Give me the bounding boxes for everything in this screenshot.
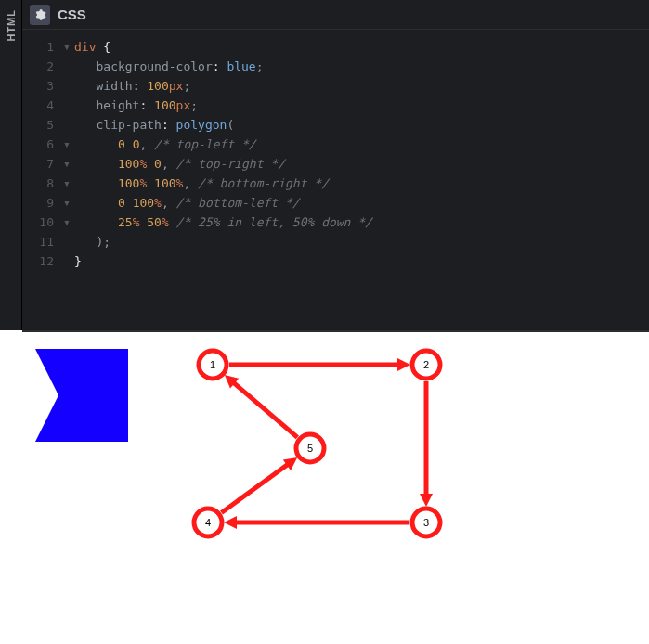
polygon-order-diagram: 12345	[180, 341, 477, 573]
code-content: );	[74, 232, 110, 251]
code-line[interactable]: 6▾ 0 0, /* top-left */	[22, 135, 649, 154]
line-number: 1	[22, 37, 63, 57]
fold-marker: ▾	[63, 154, 74, 174]
fold-marker	[63, 96, 74, 115]
css-editor-header: CSS	[22, 0, 649, 30]
line-number: 3	[22, 76, 63, 96]
line-number: 7	[22, 154, 63, 174]
fold-marker: ▾	[63, 174, 74, 193]
arrow-head-icon	[420, 494, 433, 507]
gear-icon[interactable]	[30, 5, 50, 25]
code-content: 0 100%, /* bottom-left */	[74, 193, 300, 213]
code-line[interactable]: 4 height: 100px;	[22, 96, 649, 115]
code-line[interactable]: 3 width: 100px;	[22, 76, 649, 96]
code-line[interactable]: 8▾ 100% 100%, /* bottom-right */	[22, 174, 649, 193]
fold-marker	[63, 115, 74, 135]
diagram-node: 4	[194, 509, 222, 536]
code-line[interactable]: 10▾ 25% 50% /* 25% in left, 50% down */	[22, 213, 649, 232]
code-content: background-color: blue;	[74, 57, 264, 76]
fold-marker: ▾	[63, 213, 74, 232]
line-number: 8	[22, 174, 63, 193]
fold-marker: ▾	[63, 135, 74, 154]
code-line[interactable]: 2 background-color: blue;	[22, 57, 649, 76]
diagram-arrow	[231, 381, 297, 438]
line-number: 10	[22, 213, 63, 232]
code-line[interactable]: 9▾ 0 100%, /* bottom-left */	[22, 193, 649, 213]
code-content: clip-path: polygon(	[74, 115, 234, 135]
diagram-node-label: 3	[423, 517, 429, 528]
code-line[interactable]: 5 clip-path: polygon(	[22, 115, 649, 135]
diagram-node: 3	[412, 509, 440, 536]
code-content: 25% 50% /* 25% in left, 50% down */	[74, 213, 372, 232]
fold-marker	[63, 57, 74, 76]
preview-pane: 12345	[22, 330, 649, 644]
html-tab-label: HTML	[6, 9, 17, 42]
line-number: 9	[22, 193, 63, 213]
code-content: 0 0, /* top-left */	[74, 135, 256, 154]
diagram-node-label: 4	[205, 517, 211, 528]
code-content: }	[74, 251, 82, 271]
arrow-head-icon	[224, 516, 237, 529]
code-editor[interactable]: 1▾div {2 background-color: blue;3 width:…	[22, 30, 649, 330]
diagram-node: 5	[296, 434, 324, 462]
code-content: 100% 100%, /* bottom-right */	[74, 174, 329, 193]
code-content: 100% 0, /* top-right */	[74, 154, 285, 174]
diagram-node-label: 1	[210, 359, 215, 370]
fold-marker	[63, 251, 74, 271]
main-column: CSS 1▾div {2 background-color: blue;3 wi…	[22, 0, 649, 644]
code-line[interactable]: 1▾div {	[22, 37, 649, 57]
html-panel-tab[interactable]: HTML	[0, 0, 22, 330]
line-number: 6	[22, 135, 63, 154]
line-number: 4	[22, 96, 63, 115]
code-content: width: 100px;	[74, 76, 190, 96]
code-content: height: 100px;	[74, 96, 198, 115]
line-number: 5	[22, 115, 63, 135]
code-line[interactable]: 7▾ 100% 0, /* top-right */	[22, 154, 649, 174]
line-number: 11	[22, 232, 63, 251]
fold-marker	[63, 232, 74, 251]
line-number: 12	[22, 251, 63, 271]
diagram-node: 2	[412, 351, 440, 379]
app-root: HTML CSS 1▾div {2 background-color: blue…	[0, 0, 649, 644]
code-line[interactable]: 11 );	[22, 232, 649, 251]
fold-marker: ▾	[63, 37, 74, 57]
fold-marker: ▾	[63, 193, 74, 213]
clip-path-result-shape	[35, 349, 128, 442]
diagram-node: 1	[199, 351, 227, 379]
css-editor-title: CSS	[58, 6, 86, 22]
diagram-node-label: 5	[307, 443, 313, 454]
code-line[interactable]: 12}	[22, 251, 649, 271]
line-number: 2	[22, 57, 63, 76]
diagram-node-label: 2	[423, 359, 429, 370]
css-editor-pane: CSS 1▾div {2 background-color: blue;3 wi…	[22, 0, 649, 330]
diagram-arrow	[222, 463, 291, 513]
arrow-head-icon	[397, 358, 410, 371]
code-content: div {	[74, 37, 110, 57]
fold-marker	[63, 76, 74, 96]
